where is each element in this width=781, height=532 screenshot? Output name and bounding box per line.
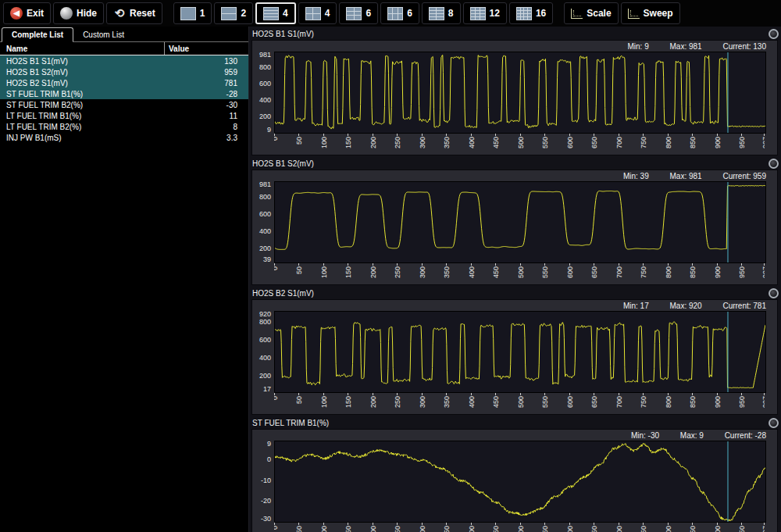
graph-count-button-1[interactable]: 1 xyxy=(173,2,212,24)
graph-count-label: 4 xyxy=(325,8,330,19)
graph-count-button-6[interactable]: 6 xyxy=(380,2,419,24)
x-tick-label: 350 xyxy=(443,266,451,278)
exit-button[interactable]: ◀ Exit xyxy=(3,2,51,24)
graph-count-button-4[interactable]: 4 xyxy=(298,2,337,24)
sweep-label: Sweep xyxy=(644,8,673,19)
x-tick-mark xyxy=(397,263,398,266)
x-tick-mark xyxy=(298,134,299,136)
grid-layout-icon xyxy=(387,7,403,20)
x-tick-mark xyxy=(348,523,348,525)
x-tick-label: 200 xyxy=(369,266,377,278)
y-tick-label: -10 xyxy=(261,477,271,484)
x-tick-mark xyxy=(764,523,765,525)
value-column-header: Value xyxy=(164,42,248,55)
graph-count-button-6[interactable]: 6 xyxy=(339,2,378,24)
y-tick-label: 0 xyxy=(267,455,271,463)
grid-layout-icon xyxy=(429,7,444,20)
x-tick-label: 800 xyxy=(665,137,672,148)
x-tick-mark xyxy=(668,393,669,395)
graph-count-button-4[interactable]: 4 xyxy=(255,2,296,24)
x-tick-label: 300 xyxy=(419,266,426,278)
graph-count-label: 12 xyxy=(490,8,500,19)
x-tick-mark xyxy=(422,523,423,525)
reset-button[interactable]: ⟲ Reset xyxy=(106,2,162,24)
y-axis-labels: 98180060040020039 xyxy=(254,181,274,263)
list-item[interactable]: INJ PW B1(mS)3.3 xyxy=(0,132,248,143)
chart-title: HO2S B1 S2(mV) xyxy=(251,158,778,170)
x-tick-label: 0 xyxy=(274,526,279,530)
x-tick-mark xyxy=(348,393,348,395)
x-tick-label: 997 xyxy=(761,137,765,148)
list-item[interactable]: HO2S B1 S1(mV)130 xyxy=(0,55,248,66)
chart-strip: HO2S B2 S1(mV) Min: 17 Max: 920 Current:… xyxy=(249,287,781,417)
param-value: 8 xyxy=(164,123,248,131)
param-name: ST FUEL TRIM B1(%) xyxy=(0,90,164,98)
x-tick-label: 200 xyxy=(369,396,377,408)
y-tick-label: 400 xyxy=(259,354,271,362)
y-tick-label: 200 xyxy=(259,245,271,252)
list-item[interactable]: HO2S B1 S2(mV)959 xyxy=(0,66,248,77)
x-tick-label: 650 xyxy=(590,137,598,148)
name-column-header: Name xyxy=(0,45,164,53)
x-tick-mark xyxy=(323,134,324,136)
x-tick-mark xyxy=(594,523,594,525)
tab-complete-list[interactable]: Complete List xyxy=(2,27,73,42)
waveform-canvas xyxy=(275,312,765,392)
param-name: LT FUEL TRIM B1(%) xyxy=(0,112,164,120)
y-tick-label: 9 xyxy=(267,126,271,134)
x-tick-label: 800 xyxy=(665,266,672,278)
x-tick-mark xyxy=(594,393,594,395)
x-tick-mark xyxy=(668,263,669,266)
record-button[interactable] xyxy=(769,288,779,298)
graph-count-button-8[interactable]: 8 xyxy=(422,2,461,24)
hide-label: Hide xyxy=(77,8,97,19)
scale-button[interactable]: Scale xyxy=(564,2,618,24)
list-item[interactable]: ST FUEL TRIM B2(%)-30 xyxy=(0,99,248,110)
plot-area[interactable] xyxy=(274,181,766,263)
x-tick-mark xyxy=(520,393,521,395)
x-tick-label: 200 xyxy=(369,137,377,148)
grid-layout-icon xyxy=(346,7,362,20)
list-item[interactable]: LT FUEL TRIM B2(%)8 xyxy=(0,121,248,132)
graph-count-button-12[interactable]: 12 xyxy=(463,2,507,24)
record-button[interactable] xyxy=(769,29,779,39)
x-tick-label: 500 xyxy=(517,266,525,278)
reset-label: Reset xyxy=(130,8,155,19)
tab-custom-list[interactable]: Custom List xyxy=(73,28,134,41)
graph-count-button-2[interactable]: 2 xyxy=(214,2,253,24)
x-tick-mark xyxy=(373,134,373,136)
x-tick-label: 850 xyxy=(689,526,697,532)
reset-icon: ⟲ xyxy=(113,6,126,20)
charts-panel: HO2S B1 S1(mV) Min: 9 Max: 981 Current: … xyxy=(248,27,781,532)
x-tick-label: 250 xyxy=(394,137,401,148)
record-button[interactable] xyxy=(769,159,779,169)
graph-count-button-16[interactable]: 16 xyxy=(509,2,553,24)
x-tick-mark xyxy=(422,134,423,136)
plot-area[interactable] xyxy=(274,441,766,523)
x-tick-mark xyxy=(323,523,324,525)
x-tick-mark xyxy=(471,393,472,395)
plot-area[interactable] xyxy=(274,311,766,393)
x-tick-mark xyxy=(274,393,275,395)
chart-current-label: Current: -28 xyxy=(725,431,766,440)
list-header: Name Value xyxy=(0,42,248,55)
x-tick-label: 750 xyxy=(640,266,647,278)
x-tick-label: 50 xyxy=(295,526,303,532)
param-name: INJ PW B1(mS) xyxy=(0,134,164,142)
list-item[interactable]: HO2S B2 S1(mV)781 xyxy=(0,77,248,88)
list-item[interactable]: LT FUEL TRIM B1(%)11 xyxy=(0,110,248,121)
sweep-button[interactable]: Sweep xyxy=(621,2,680,24)
y-tick-label: 9 xyxy=(267,440,271,448)
x-tick-mark xyxy=(741,134,742,136)
graph-count-label: 6 xyxy=(407,8,412,19)
plot-area[interactable] xyxy=(274,52,766,134)
hide-button[interactable]: Hide xyxy=(53,2,104,24)
chart-min-label: Min: -30 xyxy=(631,431,659,440)
chart-current-label: Current: 781 xyxy=(722,302,766,310)
record-button[interactable] xyxy=(769,418,779,428)
x-tick-label: 700 xyxy=(615,266,623,278)
graph-count-group: 12446681216 xyxy=(173,2,554,24)
list-item[interactable]: ST FUEL TRIM B1(%)-28 xyxy=(0,88,248,99)
x-tick-label: 200 xyxy=(369,526,377,532)
x-tick-mark xyxy=(520,523,521,525)
